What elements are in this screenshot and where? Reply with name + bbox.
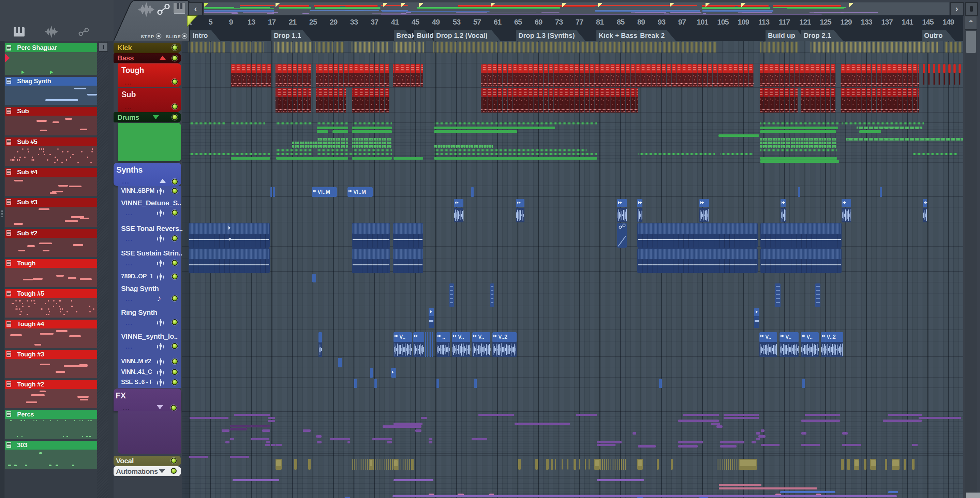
svg-text:SLIDE: SLIDE bbox=[166, 34, 181, 39]
svg-text:V..2: V..2 bbox=[498, 334, 508, 340]
svg-text:VI..M: VI..M bbox=[353, 189, 366, 195]
svg-text:V..: V.. bbox=[785, 334, 791, 340]
svg-text:STEP: STEP bbox=[141, 34, 154, 39]
svg-text:V..: V.. bbox=[765, 334, 771, 340]
svg-text:V..: V.. bbox=[458, 334, 464, 340]
svg-text:V..: V.. bbox=[807, 334, 813, 340]
svg-text:V..: V.. bbox=[399, 334, 406, 340]
svg-text:..: .. bbox=[442, 334, 445, 340]
svg-text:V..2: V..2 bbox=[827, 334, 836, 340]
svg-text:V..: V.. bbox=[478, 334, 484, 340]
svg-text:VI..M: VI..M bbox=[317, 189, 330, 195]
